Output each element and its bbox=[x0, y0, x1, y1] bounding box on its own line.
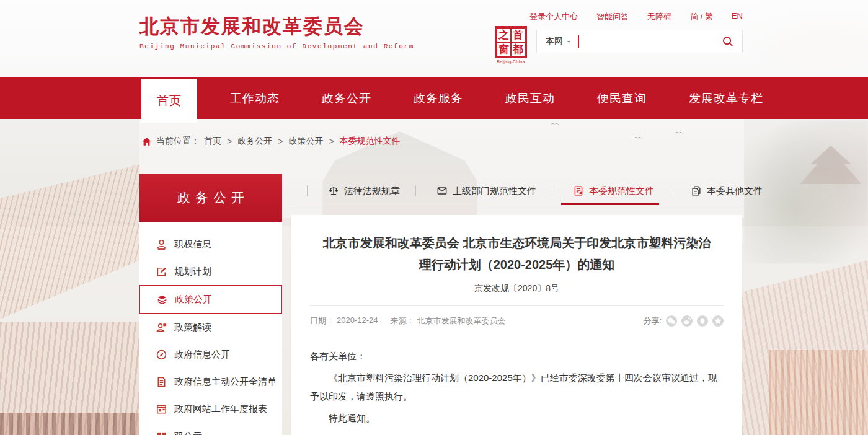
chat-user-icon bbox=[156, 322, 167, 333]
search-icon bbox=[722, 35, 734, 48]
share-label: 分享: bbox=[643, 315, 662, 327]
document-tabs: 法律法规规章 上级部门规范性文件 本委规范性文件 本委其他文件 bbox=[291, 178, 742, 203]
share-button[interactable] bbox=[681, 315, 693, 327]
chevron-down-icon bbox=[566, 39, 572, 45]
sidebar-menu-item-label: 政策解读 bbox=[174, 322, 211, 333]
background-roof-left-lower bbox=[0, 322, 140, 435]
tab[interactable]: 法律法规规章 bbox=[291, 178, 400, 203]
breadcrumb: 当前位置： 首页>政务公开>政策公开>本委规范性文件 bbox=[141, 136, 401, 147]
search-scope-select[interactable]: 本网 bbox=[537, 36, 578, 47]
share-button[interactable] bbox=[666, 315, 677, 327]
breadcrumb-link[interactable]: 政策公开 bbox=[288, 136, 323, 147]
wechat-icon bbox=[666, 315, 677, 327]
qzone-icon bbox=[712, 315, 724, 327]
top-links: 登录个人中心智能问答无障碍简 / 繁EN bbox=[529, 11, 743, 22]
breadcrumb-separator: > bbox=[227, 136, 232, 146]
article-title: 北京市发展和改革委员会 北京市生态环境局关于印发北京市塑料污染治理行动计划（20… bbox=[321, 232, 712, 276]
weibo-icon bbox=[681, 315, 693, 327]
report-icon bbox=[156, 403, 167, 415]
top-link[interactable]: 智能问答 bbox=[596, 11, 629, 22]
bird-decoration bbox=[675, 132, 683, 136]
sidebar-menu-item-label: 双公示 bbox=[174, 431, 202, 435]
sidebar-menu-item-label: 政府信息公开 bbox=[174, 349, 230, 361]
search-button[interactable] bbox=[714, 30, 742, 53]
seal-grid: 之 首 窗 都 bbox=[495, 26, 527, 58]
user-icon bbox=[156, 239, 167, 250]
tab[interactable]: 本委其他文件 bbox=[654, 178, 763, 203]
sidebar-menu-item[interactable]: 政府网站工作年度报表 bbox=[140, 395, 282, 423]
breadcrumb-link[interactable]: 首页 bbox=[204, 136, 221, 147]
breadcrumb-link[interactable]: 本委规范性文件 bbox=[340, 136, 401, 147]
site-logo-subtitle: Beijing Municipal Commission of Developm… bbox=[140, 43, 414, 50]
sidebar-menu-item[interactable]: 政府信息公开 bbox=[140, 341, 282, 368]
background-roof-left bbox=[0, 164, 140, 319]
tab-baseline bbox=[291, 204, 742, 204]
share-button[interactable] bbox=[712, 315, 724, 327]
site-logo[interactable]: 北京市发展和改革委员会 Beijing Municipal Commission… bbox=[140, 15, 414, 50]
source-value: 北京市发展和改革委员会 bbox=[417, 315, 506, 327]
page: 北京市发展和改革委员会 Beijing Municipal Commission… bbox=[0, 0, 868, 435]
background-pagoda bbox=[797, 146, 865, 208]
seal-char: 窗 bbox=[497, 42, 511, 56]
layers-icon bbox=[156, 294, 168, 305]
sidebar-menu-item[interactable]: 双公示 bbox=[140, 423, 282, 435]
share-button[interactable] bbox=[697, 315, 708, 327]
edit-icon bbox=[156, 266, 167, 278]
top-link[interactable]: EN bbox=[732, 11, 743, 22]
sidebar-menu: 职权信息 规划计划 政策公开 政策解读 政府信息公开 政府信息主动公开全清单 bbox=[140, 222, 282, 435]
article-paragraph: 特此通知。 bbox=[310, 409, 724, 427]
sidebar: 政务公开 职权信息 规划计划 政策公开 政策解读 政府信息公开 bbox=[140, 174, 282, 435]
sidebar-menu-item-label: 政府信息主动公开全清单 bbox=[174, 376, 277, 388]
sidebar-menu-item-label: 职权信息 bbox=[174, 239, 211, 250]
top-link[interactable]: 无障碍 bbox=[647, 11, 671, 22]
article-paragraph: 《北京市塑料污染治理行动计划（2020-2025年）》已经市委深改委第十四次会议… bbox=[310, 369, 724, 405]
top-link[interactable]: 登录个人中心 bbox=[529, 11, 578, 22]
breadcrumb-location-label: 当前位置： bbox=[156, 136, 200, 147]
sidebar-menu-item-label: 规划计划 bbox=[174, 266, 211, 278]
sidebar-menu-item[interactable]: 政策公开 bbox=[140, 285, 282, 314]
background-roof-right bbox=[742, 260, 868, 435]
breadcrumb-link[interactable]: 政务公开 bbox=[237, 136, 272, 147]
nav-item[interactable]: 发展改革专栏 bbox=[680, 77, 773, 119]
capital-window-seal[interactable]: 之 首 窗 都 Beijing-China bbox=[493, 26, 529, 64]
seal-char: 都 bbox=[511, 42, 525, 56]
seal-caption: Beijing-China bbox=[493, 59, 529, 64]
sidebar-menu-item[interactable]: 职权信息 bbox=[140, 231, 282, 258]
background-roof-right-lower bbox=[769, 350, 868, 435]
tab[interactable]: 本委规范性文件 bbox=[536, 178, 654, 203]
breadcrumb-separator: > bbox=[329, 136, 334, 146]
share-bar: 分享: bbox=[643, 315, 724, 327]
nav-item[interactable]: 政务服务 bbox=[404, 77, 472, 119]
nav-item[interactable]: 工作动态 bbox=[221, 77, 289, 119]
site-header: 北京市发展和改革委员会 Beijing Municipal Commission… bbox=[0, 0, 868, 77]
document-number: 京发改规〔2020〕8号 bbox=[310, 283, 724, 294]
bird-decoration bbox=[551, 123, 559, 128]
tab[interactable]: 上级部门规范性文件 bbox=[400, 178, 536, 203]
sidebar-title: 政务公开 bbox=[140, 174, 282, 222]
tab-label: 本委规范性文件 bbox=[589, 185, 654, 197]
scale-icon bbox=[328, 185, 339, 196]
source-label: 来源： bbox=[391, 315, 415, 327]
search-box: 本网 bbox=[536, 30, 743, 53]
sidebar-menu-item[interactable]: 政策解读 bbox=[140, 314, 282, 341]
nav-item[interactable]: 便民查询 bbox=[588, 77, 656, 119]
background-trees-right bbox=[744, 121, 868, 263]
top-link[interactable]: 简 / 繁 bbox=[690, 11, 713, 22]
nav-item[interactable]: 政务公开 bbox=[312, 77, 381, 119]
article-card: 北京市发展和改革委员会 北京市生态环境局关于印发北京市塑料污染治理行动计划（20… bbox=[291, 215, 742, 435]
sidebar-menu-item[interactable]: 规划计划 bbox=[140, 258, 282, 285]
nav-item[interactable]: 首页 bbox=[141, 79, 197, 123]
date-label: 日期： bbox=[310, 315, 334, 327]
nav-item[interactable]: 政民互动 bbox=[496, 77, 564, 119]
seal-char: 首 bbox=[511, 28, 525, 42]
date-value: 2020-12-24 bbox=[337, 315, 378, 327]
article-body: 各有关单位：《北京市塑料污染治理行动计划（2020-2025年）》已经市委深改委… bbox=[310, 347, 724, 427]
search-input[interactable] bbox=[579, 30, 714, 53]
main-nav: 首页工作动态政务公开政务服务政民互动便民查询发展改革专栏 bbox=[0, 77, 868, 119]
seal-char: 之 bbox=[497, 28, 511, 42]
sidebar-menu-item[interactable]: 政府信息主动公开全清单 bbox=[140, 368, 282, 395]
article-paragraph: 各有关单位： bbox=[310, 347, 724, 365]
main-nav-items: 首页工作动态政务公开政务服务政民互动便民查询发展改革专栏 bbox=[141, 77, 868, 119]
doc-icon bbox=[156, 376, 167, 388]
meta-row: 日期：2020-12-24 来源：北京市发展和改革委员会 分享: bbox=[310, 306, 724, 336]
